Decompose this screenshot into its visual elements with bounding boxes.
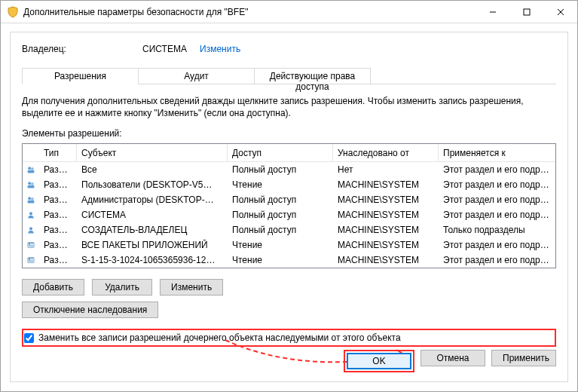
cell-access: Полный доступ [228, 225, 333, 235]
principal-icon [23, 224, 39, 236]
replace-children-checkbox[interactable] [24, 333, 34, 343]
cell-inherited: MACHINE\SYSTEM [333, 179, 439, 190]
cell-subject: ВСЕ ПАКЕТЫ ПРИЛОЖЕНИЙ [77, 240, 228, 250]
close-button[interactable] [543, 1, 577, 23]
svg-rect-6 [28, 170, 35, 173]
table-row[interactable]: Разр…СИСТЕМАПолный доступMACHINE\SYSTEMЭ… [23, 207, 555, 222]
svg-point-8 [31, 182, 34, 185]
cell-applies: Этот раздел и его подразделы [439, 255, 555, 265]
svg-point-5 [31, 167, 34, 170]
cell-inherited: MACHINE\SYSTEM [333, 225, 439, 235]
cell-applies: Этот раздел и его подразделы [439, 240, 555, 250]
page-body: Владелец: СИСТЕМА Изменить Разрешения Ау… [10, 32, 568, 382]
cell-applies: Этот раздел и его подразделы [439, 179, 555, 190]
replace-children-label[interactable]: Заменить все записи разрешений дочернего… [38, 332, 401, 343]
maximize-button[interactable] [509, 1, 543, 23]
cell-type: Разр… [39, 179, 77, 190]
cell-inherited: MACHINE\SYSTEM [333, 240, 439, 250]
remove-button[interactable]: Удалить [92, 279, 152, 296]
svg-point-7 [28, 182, 31, 185]
svg-point-14 [29, 228, 32, 231]
svg-rect-1 [524, 9, 530, 15]
table-row[interactable]: Разр…СОЗДАТЕЛЬ-ВЛАДЕЛЕЦПолный доступMACH… [23, 222, 555, 237]
table-row[interactable]: Разр…S-1-15-3-1024-1065365936-12…ЧтениеM… [23, 253, 555, 268]
cell-access: Чтение [228, 240, 333, 250]
edit-button[interactable]: Изменить [160, 279, 223, 296]
svg-rect-16 [29, 243, 31, 245]
cell-inherited: MACHINE\SYSTEM [333, 210, 439, 220]
svg-point-11 [31, 198, 34, 201]
cell-subject: Все [77, 164, 228, 175]
principal-icon [23, 254, 39, 266]
cell-inherited: Нет [333, 164, 439, 175]
svg-point-10 [28, 198, 31, 201]
cell-subject: Пользователи (DESKTOP-V5… [77, 179, 228, 190]
replace-children-row: Заменить все записи разрешений дочернего… [22, 329, 556, 347]
svg-rect-21 [31, 259, 33, 259]
cancel-button[interactable]: Отмена [421, 350, 485, 366]
svg-point-4 [28, 167, 31, 170]
cell-type: Разр… [39, 164, 77, 175]
cell-access: Полный доступ [228, 194, 333, 205]
principal-icon [23, 209, 39, 221]
cell-subject: Администраторы (DESKTOP-… [77, 194, 228, 205]
cell-access: Чтение [228, 255, 333, 265]
disable-inheritance-button[interactable]: Отключение наследования [22, 302, 158, 318]
grid-button-row: Добавить Удалить Изменить [22, 279, 556, 296]
svg-rect-9 [28, 185, 35, 188]
principal-icon [23, 164, 39, 176]
titlebar: Дополнительные параметры безопасности дл… [1, 1, 577, 23]
owner-change-link[interactable]: Изменить [200, 44, 240, 54]
svg-rect-20 [29, 259, 31, 260]
grid-body: Разр…ВсеПолный доступНетЭтот раздел и ег… [23, 162, 555, 268]
cell-applies: Этот раздел и его подразделы [439, 210, 555, 220]
hint-text: Для получения дополнительных сведений дв… [22, 95, 556, 119]
cell-type: Разр… [39, 225, 77, 235]
cell-inherited: MACHINE\SYSTEM [333, 255, 439, 265]
table-row[interactable]: Разр…Пользователи (DESKTOP-V5…ЧтениеMACH… [23, 177, 555, 192]
owner-row: Владелец: СИСТЕМА Изменить [22, 44, 556, 54]
col-type[interactable]: Тип [39, 144, 77, 162]
cell-applies: Только подразделы [439, 225, 555, 235]
tab-permissions[interactable]: Разрешения [22, 68, 139, 84]
col-inherited[interactable]: Унаследовано от [333, 144, 439, 162]
shield-icon [7, 6, 19, 18]
cell-type: Разр… [39, 210, 77, 220]
cell-applies: Этот раздел и его подразделы [439, 194, 555, 205]
svg-rect-12 [28, 201, 35, 204]
svg-point-13 [29, 213, 32, 216]
col-subject[interactable]: Субъект [77, 144, 228, 162]
tab-audit[interactable]: Аудит [138, 68, 255, 84]
cell-applies: Этот раздел и его подразделы [439, 164, 555, 175]
grid-header: Тип Субъект Доступ Унаследовано от Приме… [23, 144, 555, 162]
principal-icon [23, 194, 39, 206]
owner-value: СИСТЕМА [142, 44, 195, 54]
ok-button[interactable]: OK [347, 353, 411, 369]
cell-type: Разр… [39, 194, 77, 205]
table-row[interactable]: Разр…ВсеПолный доступНетЭтот раздел и ег… [23, 162, 555, 177]
col-applies[interactable]: Применяется к [439, 144, 555, 162]
cell-access: Чтение [228, 179, 333, 190]
permissions-section-label: Элементы разрешений: [22, 128, 556, 139]
table-row[interactable]: Разр…Администраторы (DESKTOP-…Полный дос… [23, 192, 555, 207]
svg-rect-17 [31, 243, 33, 244]
ok-highlight: OK [344, 350, 414, 372]
table-row[interactable]: Разр…ВСЕ ПАКЕТЫ ПРИЛОЖЕНИЙЧтениеMACHINE\… [23, 237, 555, 253]
minimize-button[interactable] [476, 1, 509, 23]
apply-button[interactable]: Применить [491, 350, 556, 366]
cell-subject: СИСТЕМА [77, 210, 228, 220]
cell-access: Полный доступ [228, 164, 333, 175]
add-button[interactable]: Добавить [22, 279, 84, 296]
principal-icon [23, 179, 39, 191]
window-title: Дополнительные параметры безопасности дл… [23, 7, 476, 17]
col-access[interactable]: Доступ [228, 144, 333, 162]
tab-strip: Разрешения Аудит Действующие права досту… [22, 68, 556, 84]
permissions-grid: Тип Субъект Доступ Унаследовано от Приме… [22, 143, 556, 268]
cell-type: Разр… [39, 255, 77, 265]
cell-access: Полный доступ [228, 210, 333, 220]
cell-inherited: MACHINE\SYSTEM [333, 194, 439, 205]
cell-type: Разр… [39, 240, 77, 250]
tab-effective-access[interactable]: Действующие права доступа [254, 68, 371, 84]
cell-subject: S-1-15-3-1024-1065365936-12… [77, 255, 228, 265]
principal-icon [23, 239, 39, 251]
